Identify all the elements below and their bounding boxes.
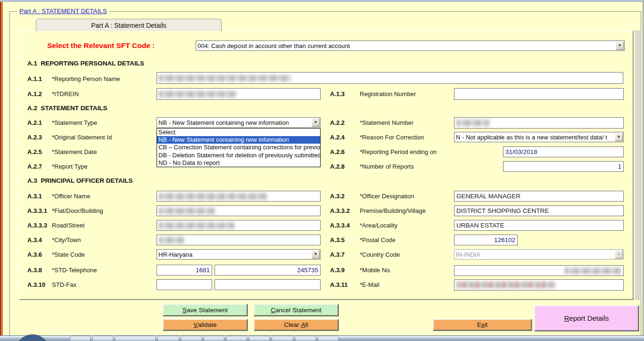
field-label: *Country Code: [360, 251, 400, 258]
dropdown-option[interactable]: CB – Correction Statement containing cor…: [157, 144, 320, 151]
field-label: STD-Fax: [52, 281, 76, 288]
field-label: *ITDREIN: [52, 90, 79, 97]
redacted-value: [456, 120, 489, 126]
field-label: *Statement Number: [360, 119, 413, 126]
field-code: A.3.8: [27, 267, 42, 274]
dropdown-option[interactable]: DB - Deletion Statement for deletion of …: [157, 152, 320, 159]
field-code: A.2.4: [330, 134, 345, 141]
field-label: *Flat/Door/Building: [52, 207, 103, 214]
redacted-value: [456, 282, 555, 288]
state-code-combobox[interactable]: HR-Haryana ▼: [157, 249, 321, 260]
field-code: A.2.6: [330, 148, 345, 155]
field-label: *Reporting Person Name: [52, 75, 120, 82]
field-code: A.1.1: [27, 75, 42, 82]
reason-for-correction-combobox[interactable]: N - Not applicable as this is a new stat…: [454, 132, 624, 142]
field-code: A.3.10: [27, 281, 45, 288]
fax-number-input[interactable]: [215, 279, 321, 290]
taskbar-button[interactable]: [70, 336, 91, 341]
postal-code-input[interactable]: 126102: [454, 235, 518, 245]
section-a1-header: A.1 REPORTING PERSONAL DETAILS: [27, 60, 144, 67]
taskbar-button[interactable]: [181, 336, 202, 341]
field-code: A.3.1: [27, 193, 42, 200]
window-right-border: [642, 2, 644, 335]
premise-building-village-input[interactable]: DISTRICT SHOPPING CENTRE: [454, 205, 624, 216]
taskbar-button[interactable]: [157, 336, 179, 341]
field-label: Road/Street: [52, 222, 84, 229]
field-code: A.2.1: [27, 119, 42, 126]
cancel-statement-button[interactable]: Cancel Statement: [254, 304, 339, 316]
dropdown-option-selected[interactable]: NB - New Statement containing new inform…: [157, 136, 320, 144]
field-label: *Mobile No.: [360, 267, 391, 274]
dropdown-arrow-icon[interactable]: ▼: [312, 250, 320, 259]
redacted-value: [159, 208, 215, 214]
mobile-number-input[interactable]: [454, 265, 624, 276]
exit-button[interactable]: Exit: [433, 319, 532, 331]
dropdown-option[interactable]: Select: [157, 129, 320, 136]
statement-number-input[interactable]: [454, 117, 624, 129]
tab-part-a-statement-details[interactable]: Part A : Statement Details: [36, 19, 222, 31]
field-label: *Officer Designation: [360, 193, 414, 200]
statement-type-value: NB - New Statement containing new inform…: [158, 119, 289, 126]
taskbar-button[interactable]: [272, 336, 293, 341]
telephone-number-input[interactable]: 245735: [215, 265, 321, 276]
taskbar-button[interactable]: [318, 336, 339, 341]
dropdown-arrow-icon[interactable]: ▼: [615, 133, 623, 141]
reporting-period-input[interactable]: 31/03/2018: [503, 146, 624, 157]
field-label: *Original Statement Id: [52, 134, 112, 141]
report-details-button[interactable]: Report Details: [534, 305, 639, 331]
field-code: A.2.3: [27, 134, 42, 141]
statement-type-combobox[interactable]: NB - New Statement containing new inform…: [157, 117, 321, 128]
officer-designation-input[interactable]: GENERAL MANAGER: [454, 191, 624, 202]
redacted-value: [159, 75, 291, 81]
taskbar-button[interactable]: [249, 336, 270, 341]
taskbar-button[interactable]: [115, 336, 156, 341]
application-window: Part A : STATEMENT DETAILS Part A : Stat…: [0, 0, 644, 341]
field-code: A.3.4: [27, 236, 42, 244]
field-code: A.3.3.4: [330, 222, 350, 229]
reporting-person-name-input[interactable]: [157, 72, 623, 84]
redacted-value: [159, 91, 237, 97]
statement-type-dropdown-list: Select NB - New Statement containing new…: [157, 128, 321, 167]
field-label: *State Code: [52, 251, 85, 258]
number-of-reports-input[interactable]: 1: [503, 161, 624, 172]
field-code: A.3.6: [27, 251, 42, 258]
field-label: Registration Number: [360, 90, 416, 97]
section-a2-header: A.2 STATEMENT DETAILS: [27, 105, 107, 112]
field-code: A.2.7: [27, 163, 42, 170]
field-label: *E-Mail: [360, 281, 380, 288]
area-locality-input[interactable]: URBAN ESTATE: [454, 220, 624, 231]
taskbar-button[interactable]: [204, 336, 224, 341]
field-code: A.3.3.3: [27, 222, 47, 229]
email-input[interactable]: [454, 279, 624, 291]
fax-std-code-input[interactable]: [157, 279, 212, 290]
sft-code-label: Select the Relevant SFT Code :: [47, 41, 155, 50]
field-label: Premise/Building/Village: [360, 207, 426, 214]
registration-number-input[interactable]: [454, 88, 624, 100]
taskbar-button[interactable]: [92, 336, 113, 341]
sft-code-value: 004: Cash deposit in account other than …: [198, 42, 350, 49]
validate-button[interactable]: Validate: [163, 319, 248, 331]
save-statement-button[interactable]: Save Statement: [163, 304, 248, 316]
tab-label: Part A : Statement Details: [91, 22, 166, 29]
field-label: *Reason For Correction: [360, 134, 424, 141]
dropdown-arrow-icon[interactable]: ▼: [616, 41, 624, 50]
field-code: A.1.3: [330, 90, 345, 97]
country-code-combobox: IN-INDIA ▼: [454, 249, 624, 260]
taskbar-button[interactable]: [226, 336, 247, 341]
dropdown-option[interactable]: ND - No Data to report: [157, 159, 320, 167]
dropdown-arrow-icon[interactable]: ▼: [312, 118, 320, 127]
field-code: A.3.3.1: [27, 207, 47, 214]
clear-all-button[interactable]: Clear All: [254, 319, 339, 331]
field-label: *Number of Reports: [360, 163, 414, 170]
field-code: A.2.8: [330, 163, 345, 170]
officer-name-input[interactable]: [157, 191, 321, 202]
taskbar-button[interactable]: [295, 336, 316, 341]
city-town-input[interactable]: [157, 235, 321, 245]
road-street-input[interactable]: [157, 220, 321, 231]
std-code-input[interactable]: 1681: [157, 265, 212, 276]
sft-code-combobox[interactable]: 004: Cash deposit in account other than …: [196, 41, 625, 51]
flat-door-building-input[interactable]: [157, 205, 321, 216]
field-label: *Officer Name: [52, 193, 90, 200]
field-code: A.3.5: [330, 236, 345, 244]
itdrein-input[interactable]: [157, 88, 321, 100]
